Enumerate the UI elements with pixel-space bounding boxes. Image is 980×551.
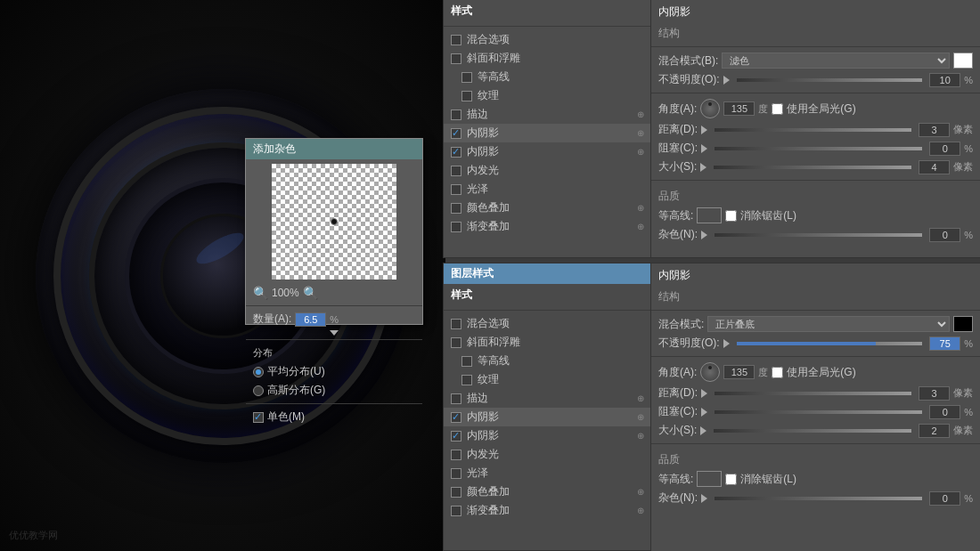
bottom-opacity-input[interactable]	[929, 336, 960, 351]
top-opacity-input[interactable]	[929, 73, 960, 87]
bottom-antialias-checkbox[interactable]	[725, 474, 737, 485]
bottom-global-light-checkbox[interactable]	[772, 367, 783, 378]
inner-shadow1-plus-icon[interactable]: ⊕	[637, 128, 644, 138]
b-inner-shadow2-checkbox[interactable]	[451, 431, 461, 442]
zoom-out-icon[interactable]: 🔍	[253, 286, 268, 300]
stroke-checkbox[interactable]	[451, 109, 461, 120]
inner-shadow2-checkbox[interactable]	[451, 147, 461, 158]
b-inner-shadow1-plus-icon[interactable]: ⊕	[637, 412, 644, 422]
top-noise-btn[interactable]	[701, 231, 707, 239]
style-item-gradient-overlay[interactable]: 渐变叠加 ⊕	[444, 217, 651, 236]
bottom-distance-btn[interactable]	[701, 389, 707, 398]
b-stroke-plus-icon[interactable]: ⊕	[637, 393, 644, 403]
checker-dot	[331, 218, 338, 225]
b-texture-checkbox[interactable]	[461, 375, 472, 385]
bottom-opacity-slider-btn[interactable]	[723, 339, 730, 348]
top-color-swatch[interactable]	[953, 53, 973, 69]
gaussian-radio[interactable]	[253, 385, 264, 396]
b-gradient-overlay-plus-icon[interactable]: ⊕	[637, 506, 644, 515]
amount-input[interactable]	[295, 312, 326, 327]
style-item-inner-shadow2[interactable]: 内阴影 ⊕	[444, 142, 651, 161]
bottom-noise-input[interactable]	[929, 491, 960, 506]
top-angle-row: 角度(A): 度 使用全局光(G)	[651, 97, 980, 120]
inner-glow-checkbox[interactable]	[451, 166, 461, 176]
bottom-contour-preview[interactable]	[697, 471, 722, 487]
contour-checkbox[interactable]	[461, 72, 472, 83]
b-blend-checkbox[interactable]	[451, 319, 461, 329]
top-angle-input[interactable]	[723, 101, 755, 116]
b-style-item-texture[interactable]: 纹理	[444, 370, 651, 389]
style-item-stroke[interactable]: 描边 ⊕	[444, 105, 651, 124]
style-item-texture[interactable]: 纹理	[444, 86, 651, 105]
bottom-angle-input[interactable]	[723, 365, 755, 379]
bottom-choke-input[interactable]	[929, 405, 960, 419]
top-noise-input[interactable]	[929, 228, 960, 242]
b-style-item-color-overlay[interactable]: 颜色叠加 ⊕	[444, 482, 651, 501]
bottom-size-input[interactable]	[919, 424, 950, 438]
inner-shadow2-plus-icon[interactable]: ⊕	[637, 147, 644, 157]
b-contour-checkbox[interactable]	[461, 356, 472, 367]
b-inner-shadow1-checkbox[interactable]	[451, 412, 461, 423]
b-style-item-gloss[interactable]: 光泽	[444, 464, 651, 482]
top-choke-track	[715, 147, 922, 150]
bevel-checkbox[interactable]	[451, 53, 461, 64]
top-opacity-slider-btn[interactable]	[723, 76, 730, 85]
b-gloss-checkbox[interactable]	[451, 468, 461, 479]
b-gradient-overlay-checkbox[interactable]	[451, 506, 461, 516]
top-global-light-checkbox[interactable]	[772, 103, 783, 115]
b-inner-glow-checkbox[interactable]	[451, 450, 461, 460]
blend-checkbox[interactable]	[451, 35, 461, 45]
style-item-contour[interactable]: 等高线	[444, 68, 651, 86]
b-bevel-checkbox[interactable]	[451, 337, 461, 348]
b-style-item-contour[interactable]: 等高线	[444, 352, 651, 370]
bottom-angle-circle[interactable]	[700, 362, 720, 382]
bottom-distance-input[interactable]	[919, 386, 950, 401]
bottom-blend-mode-select[interactable]: 正片叠底	[707, 316, 950, 332]
b-style-item-gradient-overlay[interactable]: 渐变叠加 ⊕	[444, 501, 651, 520]
monochrome-checkbox[interactable]	[253, 412, 264, 423]
stroke-plus-icon[interactable]: ⊕	[637, 109, 644, 119]
zoom-in-icon[interactable]: 🔍	[303, 286, 318, 300]
color-overlay-checkbox[interactable]	[451, 203, 461, 214]
uniform-radio[interactable]	[253, 367, 264, 377]
top-size-btn[interactable]	[700, 163, 706, 172]
style-item-inner-shadow1[interactable]: 内阴影 ⊕	[444, 124, 651, 142]
b-style-item-inner-shadow2[interactable]: 内阴影 ⊕	[444, 426, 651, 445]
gradient-overlay-checkbox[interactable]	[451, 222, 461, 232]
texture-checkbox[interactable]	[461, 91, 472, 101]
style-item-inner-glow[interactable]: 内发光	[444, 161, 651, 180]
inner-shadow1-checkbox[interactable]	[451, 128, 461, 139]
bottom-choke-btn[interactable]	[701, 408, 707, 417]
b-style-item-stroke[interactable]: 描边 ⊕	[444, 389, 651, 408]
top-contour-preview[interactable]	[697, 207, 722, 223]
gloss-checkbox[interactable]	[451, 184, 461, 195]
color-overlay-plus-icon[interactable]: ⊕	[637, 203, 644, 213]
bottom-color-swatch[interactable]	[953, 316, 973, 332]
gradient-overlay-plus-icon[interactable]: ⊕	[637, 222, 644, 231]
top-size-input[interactable]	[919, 160, 950, 174]
b-inner-shadow2-plus-icon[interactable]: ⊕	[637, 431, 644, 441]
top-antialias-checkbox[interactable]	[725, 210, 737, 222]
b-style-item-inner-shadow1[interactable]: 内阴影 ⊕	[444, 408, 651, 426]
style-item-blend[interactable]: 混合选项	[444, 30, 651, 49]
bottom-size-btn[interactable]	[700, 426, 706, 435]
top-distance-btn[interactable]	[701, 126, 707, 134]
b-style-item-bevel[interactable]: 斜面和浮雕	[444, 333, 651, 352]
b-color-overlay-plus-icon[interactable]: ⊕	[637, 487, 644, 497]
top-choke-input[interactable]	[929, 142, 960, 156]
top-distance-input[interactable]	[919, 123, 950, 137]
top-blend-mode-select[interactable]: 滤色	[722, 53, 950, 69]
b-stroke-checkbox[interactable]	[451, 393, 461, 404]
top-angle-circle[interactable]	[700, 99, 720, 118]
style-item-gloss[interactable]: 光泽	[444, 180, 651, 199]
gloss-label: 光泽	[467, 182, 488, 197]
b-style-item-blend[interactable]: 混合选项	[444, 314, 651, 333]
style-item-color-overlay[interactable]: 颜色叠加 ⊕	[444, 199, 651, 217]
style-item-bevel[interactable]: 斜面和浮雕	[444, 49, 651, 68]
bottom-noise-btn[interactable]	[701, 494, 707, 503]
b-inner-glow-label: 内发光	[467, 447, 499, 462]
top-choke-btn[interactable]	[701, 144, 707, 153]
b-color-overlay-checkbox[interactable]	[451, 487, 461, 498]
amount-up-btn[interactable]	[330, 330, 339, 336]
b-style-item-inner-glow[interactable]: 内发光	[444, 445, 651, 464]
